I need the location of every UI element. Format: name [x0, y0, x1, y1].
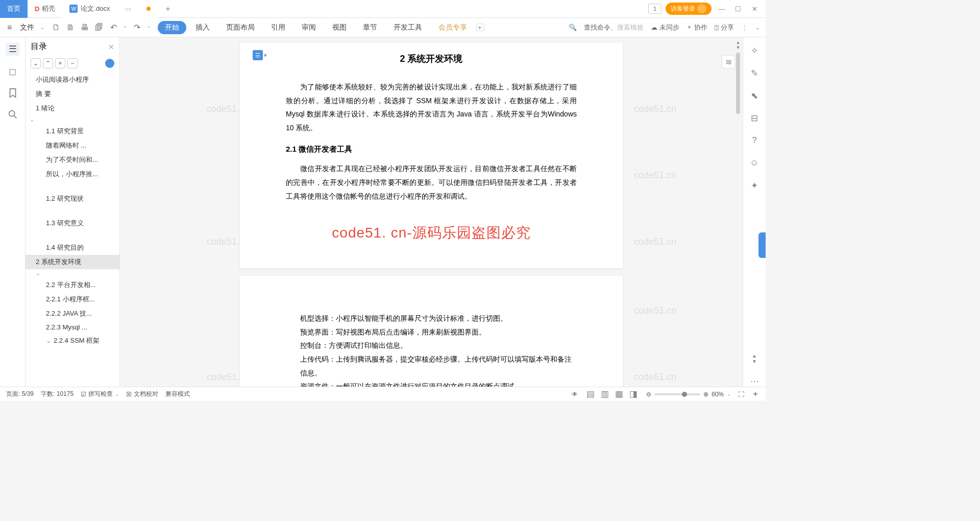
outline-settings-icon[interactable] — [105, 59, 114, 68]
view-mode-2-icon[interactable]: ▥ — [599, 389, 610, 400]
settings-slider-icon[interactable]: ⊟ — [749, 112, 760, 124]
undo-icon[interactable]: ↶ — [109, 23, 118, 32]
minimize-button[interactable]: — — [716, 3, 728, 15]
chevron-down-icon[interactable]: ⌄ — [26, 115, 119, 124]
word-count[interactable]: 字数: 10175 — [41, 390, 74, 398]
outline-close-icon[interactable]: ✕ — [108, 43, 114, 51]
menu-vip[interactable]: 会员专享 — [431, 21, 474, 34]
view-mode-4-icon[interactable]: ◨ — [628, 389, 639, 400]
file-menu[interactable]: 文件 — [16, 23, 38, 32]
outline-item[interactable]: 小说阅读器小程序 — [26, 73, 119, 87]
save-as-icon[interactable]: 🗎 — [66, 23, 75, 32]
outline-item[interactable]: 随着网络时 ... — [26, 138, 119, 153]
zoom-in-button[interactable]: ⊕ — [703, 391, 708, 398]
maximize-button[interactable]: ☐ — [732, 3, 744, 15]
window-mode-button[interactable]: 1 — [648, 4, 662, 14]
panel-toggle-button[interactable]: ≋ — [722, 55, 735, 68]
chevron-down-icon[interactable]: ⌄ — [26, 269, 119, 278]
document-page: ☰▾ 2 系统开发环境 为了能够使本系统较好、较为完善的被设计实现出来，在功能上… — [240, 42, 623, 268]
sync-status[interactable]: ☁未同步 — [651, 23, 679, 32]
zoom-out-button[interactable]: ⊖ — [646, 391, 651, 398]
outline-item[interactable]: 2.2.3 Mysql ... — [26, 321, 119, 334]
star-icon[interactable]: ✦ — [749, 180, 760, 191]
search-icon[interactable]: 🔍 — [569, 23, 577, 31]
outline-item[interactable]: 2.2.2 JAVA 技... — [26, 306, 119, 321]
bookmark-rail-icon[interactable] — [7, 87, 18, 99]
hamburger-icon[interactable]: ≡ — [5, 23, 14, 32]
outline-add-icon[interactable]: + — [55, 58, 65, 68]
login-button[interactable]: 访客登录 — [666, 3, 712, 15]
print-icon[interactable]: 🖶 — [80, 23, 89, 32]
file-dropdown-icon[interactable]: ⌄ — [40, 25, 44, 30]
fullscreen-icon[interactable]: ⛶ — [738, 391, 744, 398]
menu-reference[interactable]: 引用 — [264, 21, 292, 34]
emoji-icon[interactable]: ☺ — [749, 157, 760, 169]
kebab-icon[interactable]: ⋮ — [741, 23, 748, 31]
undo-dropdown-icon[interactable]: ⌄ — [123, 23, 127, 32]
clipboard-rail-icon[interactable]: ◻ — [7, 66, 18, 77]
outline-item[interactable]: 1 绪论 — [26, 101, 119, 115]
collapse-ribbon-icon[interactable]: ⌄ — [755, 23, 761, 31]
daoke-icon: D — [35, 5, 39, 13]
outline-collapse-icon[interactable]: ⌄ — [31, 58, 41, 68]
redo-dropdown-icon[interactable]: ⌄ — [146, 23, 151, 32]
outline-item-selected[interactable]: 2 系统开发环境 — [26, 255, 119, 269]
heading-3: 2.1 微信开发者工具 — [286, 145, 577, 154]
outline-item[interactable]: 摘 要 — [26, 87, 119, 101]
add-tab-button[interactable]: ＋ — [158, 4, 178, 14]
tab-document[interactable]: W 论文.docx ▭ — [62, 0, 158, 18]
outline-item[interactable]: 为了不受时间和... — [26, 153, 119, 167]
menu-pagelayout[interactable]: 页面布局 — [219, 21, 262, 34]
zoom-level[interactable]: 80% — [712, 391, 724, 398]
desc-line: 控制台：方便调试打印输出信息。 — [300, 339, 577, 352]
redo-icon[interactable]: ↷ — [132, 23, 141, 32]
section-settings-button[interactable]: ☰▾ — [253, 50, 267, 60]
page-count[interactable]: 页面: 5/39 — [6, 390, 34, 398]
outline-item[interactable]: 2.2 平台开发相... — [26, 278, 119, 292]
view-mode-3-icon[interactable]: ▦ — [614, 389, 625, 400]
pencil-icon[interactable]: ✎ — [749, 67, 760, 79]
menu-overflow-icon[interactable]: ▸ — [476, 23, 484, 31]
scrollbar-thumb[interactable] — [736, 53, 740, 114]
menu-devtools[interactable]: 开发工具 — [386, 21, 429, 34]
outline-expand-icon[interactable]: ⌃ — [43, 58, 53, 68]
view-mode-1-icon[interactable]: ▤ — [585, 389, 596, 400]
menu-review[interactable]: 审阅 — [295, 21, 323, 34]
document-proof[interactable]: ☒文档校对 — [126, 390, 158, 398]
search-commands-hint[interactable]: 查找命令、搜索模板 — [584, 23, 644, 32]
tab-home[interactable]: 首页 — [0, 0, 28, 18]
scroll-up-icon[interactable]: ▲▼ — [749, 353, 760, 364]
menu-start[interactable]: 开始 — [158, 21, 186, 34]
document-area[interactable]: ≋ code51.cn code51.cn code51.cn code51.c… — [120, 37, 743, 387]
outline-item[interactable]: 1.2 研究现状 — [26, 192, 119, 206]
tab-daoke[interactable]: D 稻壳 — [28, 0, 62, 18]
outline-item[interactable]: 1.1 研究背景 — [26, 124, 119, 138]
outline-item[interactable]: ⌄2.2.4 SSM 框架 — [26, 334, 119, 348]
more-icon[interactable]: ⋯ — [749, 375, 760, 387]
outline-item[interactable]: 所以，小程序推... — [26, 167, 119, 181]
menu-view[interactable]: 视图 — [325, 21, 354, 34]
compat-mode[interactable]: 兼容模式 — [165, 390, 190, 398]
side-tab-button[interactable] — [758, 232, 766, 258]
eye-icon[interactable]: 👁 — [572, 391, 578, 398]
menu-chapter[interactable]: 章节 — [356, 21, 384, 34]
search-rail-icon[interactable] — [7, 109, 18, 120]
vertical-scrollbar[interactable]: ▲▼ — [735, 40, 741, 386]
help-icon[interactable]: ? — [749, 135, 760, 146]
outline-remove-icon[interactable]: − — [67, 58, 78, 68]
menu-insert[interactable]: 插入 — [188, 21, 217, 34]
save-icon[interactable]: 🗋 — [52, 23, 61, 32]
outline-rail-icon[interactable]: ☰ — [6, 42, 20, 56]
spell-check[interactable]: ☑拼写检查 ⌄ — [81, 390, 119, 398]
collab-button[interactable]: ⚬协作 — [687, 23, 707, 32]
close-button[interactable]: ✕ — [748, 3, 761, 15]
cursor-icon[interactable]: ⬉ — [749, 90, 760, 101]
preview-icon[interactable]: 🗐 — [94, 23, 104, 32]
add-button[interactable]: ＋ — [751, 389, 760, 399]
rocket-icon[interactable]: ✧ — [749, 45, 760, 56]
outline-item[interactable]: 1.4 研究目的 — [26, 241, 119, 255]
outline-item[interactable]: 2.2.1 小程序框... — [26, 292, 119, 306]
zoom-slider[interactable] — [654, 393, 700, 395]
outline-item[interactable]: 1.3 研究意义 — [26, 216, 119, 230]
share-button[interactable]: ⍰分享 — [715, 23, 734, 32]
